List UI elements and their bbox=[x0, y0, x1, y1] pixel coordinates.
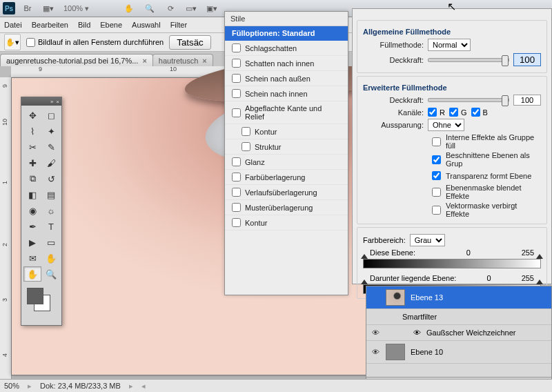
shape-tool[interactable]: ▭ bbox=[42, 235, 60, 250]
wand-tool[interactable]: ✦ bbox=[42, 124, 60, 139]
channel-r-checkbox[interactable]: R bbox=[428, 108, 445, 117]
marquee-tool[interactable]: ◻ bbox=[42, 108, 60, 123]
eyedropper-tool[interactable]: ✎ bbox=[42, 139, 60, 155]
history-brush-tool[interactable]: ↺ bbox=[42, 171, 60, 186]
style-item[interactable]: Struktur bbox=[225, 139, 348, 155]
style-item[interactable]: Schein nach innen bbox=[225, 86, 348, 101]
menu-file[interactable]: Datei bbox=[4, 21, 22, 29]
menu-select[interactable]: Auswahl bbox=[132, 21, 161, 29]
fill-opacity-input[interactable] bbox=[513, 95, 541, 106]
scroll-all-windows-checkbox[interactable]: Bildlauf in allen Fenstern durchführen bbox=[26, 38, 164, 47]
status-doc-size[interactable]: Dok: 23,4 MB/233,3 MB bbox=[40, 382, 121, 390]
layer-row[interactable]: 👁Ebene 10 bbox=[366, 341, 551, 364]
layer-row[interactable]: Smartfilter bbox=[366, 309, 551, 325]
zoom-level-select[interactable]: 100% ▾ bbox=[61, 4, 92, 13]
view-extras-button[interactable]: ▦▾ bbox=[40, 1, 57, 16]
knockout-select[interactable]: Ohne bbox=[428, 119, 464, 131]
style-item[interactable]: Fülloptionen: Standard bbox=[225, 26, 348, 41]
stamp-tool[interactable]: ⧉ bbox=[23, 171, 41, 186]
lasso-tool[interactable]: ⌇ bbox=[23, 124, 41, 139]
ruler-vertical[interactable]: 9 10 1 2 3 4 bbox=[0, 77, 12, 380]
hand-tool[interactable]: ✋ bbox=[23, 266, 41, 282]
style-checkbox[interactable] bbox=[232, 203, 241, 212]
notes-tool[interactable]: ✉ bbox=[23, 251, 41, 266]
style-checkbox[interactable] bbox=[232, 218, 241, 227]
style-checkbox[interactable] bbox=[232, 59, 241, 68]
doc-tab-1[interactable]: augenretusche-tutorial.psd bei 16,7%... … bbox=[0, 54, 153, 67]
fill-opacity-slider[interactable] bbox=[428, 98, 509, 102]
visibility-icon[interactable] bbox=[371, 312, 380, 322]
blend-mode-select[interactable]: Normal bbox=[428, 39, 471, 51]
style-checkbox[interactable] bbox=[232, 89, 241, 98]
style-checkbox[interactable] bbox=[241, 127, 250, 136]
close-icon[interactable]: × bbox=[142, 57, 146, 65]
style-item[interactable]: Kontur bbox=[225, 124, 348, 139]
channel-b-checkbox[interactable]: B bbox=[471, 108, 488, 117]
dodge-tool[interactable]: ☼ bbox=[42, 203, 60, 218]
style-checkbox[interactable] bbox=[232, 43, 241, 52]
style-checkbox[interactable] bbox=[232, 157, 241, 166]
menu-image[interactable]: Bild bbox=[78, 21, 90, 29]
foreground-swatch[interactable] bbox=[27, 288, 43, 304]
adv-check[interactable]: Beschnittene Ebenen als Grup bbox=[429, 151, 541, 168]
gradient-tool[interactable]: ▤ bbox=[42, 187, 60, 202]
opacity-input[interactable] bbox=[513, 53, 541, 66]
layer-thumbnail[interactable] bbox=[386, 289, 405, 306]
menu-filter[interactable]: Filter bbox=[170, 21, 187, 29]
style-item[interactable]: Kontur bbox=[225, 215, 348, 231]
menu-layer[interactable]: Ebene bbox=[100, 21, 122, 29]
brush-tool[interactable]: 🖌 bbox=[42, 155, 60, 170]
layer-row[interactable]: 👁👁Gaußscher Weichzeichner bbox=[366, 325, 551, 341]
style-item[interactable]: Farbüberlagerung bbox=[225, 170, 348, 185]
screen-mode-icon[interactable]: ▣▾ bbox=[204, 1, 220, 16]
doc-tab-2[interactable]: hautretusch × bbox=[152, 54, 213, 67]
style-item[interactable]: Schlagschatten bbox=[225, 41, 348, 56]
adv-check[interactable]: Transparenz formt Ebene bbox=[429, 169, 541, 182]
visibility-icon[interactable] bbox=[371, 293, 380, 302]
heal-tool[interactable]: ✚ bbox=[23, 155, 41, 170]
style-item[interactable]: Verlaufsüberlagerung bbox=[225, 185, 348, 200]
close-icon[interactable]: × bbox=[56, 99, 59, 105]
style-item[interactable]: Musterüberlagerung bbox=[225, 200, 348, 215]
tools-panel-header[interactable]: »× bbox=[21, 97, 61, 106]
pen-tool[interactable]: ✒ bbox=[23, 219, 41, 234]
style-item[interactable]: Schatten nach innen bbox=[225, 56, 348, 71]
path-select-tool[interactable]: ▶ bbox=[23, 235, 41, 250]
measure-tool[interactable]: ✋ bbox=[42, 251, 60, 266]
move-tool[interactable]: ✥ bbox=[23, 108, 41, 123]
style-item[interactable]: Abgeflachte Kante und Relief bbox=[225, 101, 348, 124]
blur-tool[interactable]: ◉ bbox=[23, 203, 41, 218]
actual-pixels-button[interactable]: Tatsäc bbox=[169, 35, 211, 50]
bridge-button[interactable]: Br bbox=[19, 1, 36, 16]
zoom-tool-icon[interactable]: 🔍 bbox=[141, 1, 158, 16]
style-checkbox[interactable] bbox=[241, 142, 250, 151]
blend-if-select[interactable]: Grau bbox=[410, 234, 445, 246]
eraser-tool[interactable]: ◧ bbox=[23, 187, 41, 202]
layer-row[interactable]: Ebene 13 bbox=[366, 286, 551, 309]
channel-g-checkbox[interactable]: G bbox=[449, 108, 467, 117]
type-tool[interactable]: T bbox=[42, 219, 60, 234]
status-zoom[interactable]: 50% bbox=[4, 382, 19, 390]
style-checkbox[interactable] bbox=[232, 108, 241, 117]
layer-thumbnail[interactable] bbox=[386, 344, 405, 360]
adv-check[interactable]: Vektormaske verbirgt Effekte bbox=[429, 202, 541, 218]
tools-panel[interactable]: »× ✥ ◻ ⌇ ✦ ✂ ✎ ✚ 🖌 ⧉ ↺ ◧ ▤ ◉ ☼ ✒ T ▶ ▭ ✉… bbox=[21, 97, 62, 326]
style-item[interactable]: Schein nach außen bbox=[225, 71, 348, 86]
style-item[interactable]: Glanz bbox=[225, 155, 348, 170]
collapse-icon[interactable]: » bbox=[50, 99, 53, 105]
close-icon[interactable]: × bbox=[202, 57, 206, 65]
style-checkbox[interactable] bbox=[232, 173, 241, 182]
current-tool-icon[interactable]: ✋▾ bbox=[4, 34, 21, 50]
visibility-icon[interactable]: 👁 bbox=[371, 347, 380, 357]
adv-check[interactable]: Interne Effekte als Gruppe füll bbox=[429, 133, 541, 150]
opacity-slider[interactable] bbox=[428, 58, 509, 62]
filter-visibility-icon[interactable]: 👁 bbox=[413, 329, 421, 337]
rotate-view-icon[interactable]: ⟳ bbox=[162, 1, 179, 16]
hand-tool-icon[interactable]: ✋ bbox=[121, 1, 137, 16]
this-layer-gradient[interactable] bbox=[363, 259, 541, 268]
visibility-icon[interactable]: 👁 bbox=[371, 328, 380, 337]
menu-edit[interactable]: Bearbeiten bbox=[32, 21, 68, 29]
crop-tool[interactable]: ✂ bbox=[23, 139, 41, 155]
color-swatches[interactable] bbox=[24, 286, 59, 314]
style-checkbox[interactable] bbox=[232, 188, 241, 197]
